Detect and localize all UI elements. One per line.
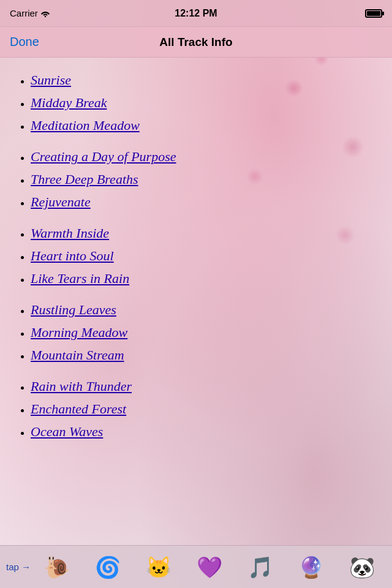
- nav-bar: Done All Track Info: [0, 27, 392, 58]
- track-link-3-1[interactable]: Morning Meadow: [31, 325, 127, 340]
- list-item: Heart into Soul: [31, 246, 380, 266]
- svg-point-0: [45, 15, 46, 17]
- track-link-2-0[interactable]: Warmth Inside: [31, 225, 109, 241]
- track-link-0-1[interactable]: Midday Break: [31, 95, 107, 110]
- list-item: Three Deep Breaths: [31, 169, 380, 189]
- track-link-3-2[interactable]: Mountain Stream: [31, 347, 124, 363]
- list-item: Morning Meadow: [31, 322, 380, 342]
- cat-icon[interactable]: 🐱: [135, 555, 183, 579]
- list-item: Sunrise: [31, 70, 380, 90]
- track-link-1-0[interactable]: Creating a Day of Purpose: [31, 149, 176, 164]
- track-link-2-1[interactable]: Heart into Soul: [31, 248, 114, 263]
- track-group-3: Rustling LeavesMorning MeadowMountain St…: [18, 300, 380, 365]
- track-link-3-0[interactable]: Rustling Leaves: [31, 302, 116, 317]
- music-icon[interactable]: 🎵: [236, 555, 284, 579]
- done-button[interactable]: Done: [10, 35, 39, 49]
- track-group-0: SunriseMidday BreakMeditation Meadow: [18, 70, 380, 135]
- battery-indicator: [365, 9, 382, 18]
- list-item: Like Tears in Rain: [31, 268, 380, 288]
- wifi-icon: [40, 10, 50, 17]
- carrier-label: Carrier: [10, 8, 50, 18]
- crystal-icon[interactable]: 🔮: [287, 555, 335, 579]
- track-link-4-0[interactable]: Rain with Thunder: [31, 379, 132, 394]
- list-item: Rustling Leaves: [31, 300, 380, 320]
- track-group-1: Creating a Day of PurposeThree Deep Brea…: [18, 146, 380, 212]
- list-item: Warmth Inside: [31, 223, 380, 243]
- status-time: 12:12 PM: [175, 8, 217, 19]
- list-item: Rain with Thunder: [31, 376, 380, 396]
- tab-bar: tap → 🐌 🌀 🐱 💜 🎵 🔮 🐼: [0, 545, 392, 588]
- spiral-icon[interactable]: 🌀: [84, 555, 132, 579]
- list-item: Meditation Meadow: [31, 115, 380, 135]
- track-link-1-1[interactable]: Three Deep Breaths: [31, 172, 138, 187]
- heart-icon[interactable]: 💜: [186, 555, 234, 579]
- track-link-4-2[interactable]: Ocean Waves: [31, 424, 103, 439]
- track-link-0-0[interactable]: Sunrise: [31, 72, 71, 88]
- track-group-2: Warmth InsideHeart into SoulLike Tears i…: [18, 223, 380, 288]
- track-link-0-2[interactable]: Meditation Meadow: [31, 118, 140, 133]
- list-item: Midday Break: [31, 92, 380, 113]
- panda-icon[interactable]: 🐼: [337, 555, 386, 579]
- list-item: Enchanted Forest: [31, 399, 380, 419]
- snail-icon[interactable]: 🐌: [33, 555, 81, 579]
- track-link-2-2[interactable]: Like Tears in Rain: [31, 271, 129, 286]
- nav-title: All Track Info: [159, 36, 232, 49]
- track-link-1-2[interactable]: Rejuvenate: [31, 194, 91, 209]
- list-item: Mountain Stream: [31, 345, 380, 365]
- content-area[interactable]: SunriseMidday BreakMeditation MeadowCrea…: [0, 58, 392, 545]
- status-bar: Carrier 12:12 PM: [0, 0, 392, 27]
- tap-label: tap →: [6, 562, 31, 572]
- track-group-4: Rain with ThunderEnchanted ForestOcean W…: [18, 376, 380, 442]
- battery-fill: [367, 11, 380, 16]
- list-item: Ocean Waves: [31, 421, 380, 442]
- track-link-4-1[interactable]: Enchanted Forest: [31, 401, 126, 417]
- list-item: Rejuvenate: [31, 192, 380, 212]
- list-item: Creating a Day of Purpose: [31, 146, 380, 167]
